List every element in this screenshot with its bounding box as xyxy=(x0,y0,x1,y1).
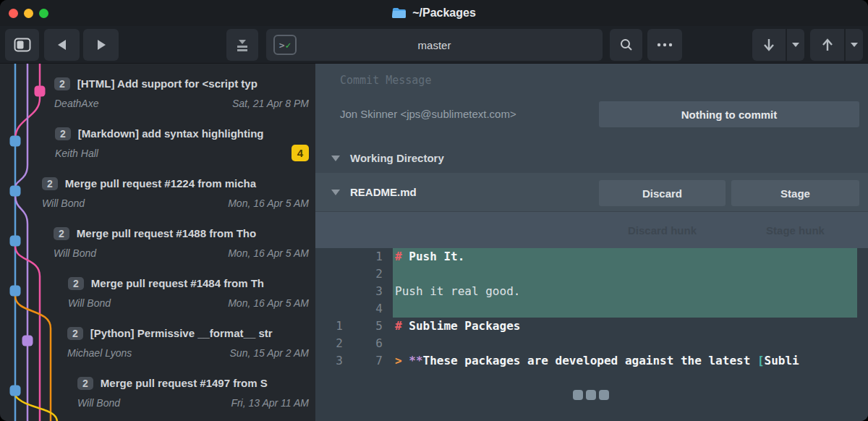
file-name-label: README.md xyxy=(350,186,417,198)
chevron-down-icon xyxy=(851,43,858,47)
toolbar: >✓ master xyxy=(0,26,868,64)
dot-icon xyxy=(586,390,596,400)
commit-detail-panel: Commit Message Jon Skinner <jps@sublimet… xyxy=(315,64,868,421)
stash-button[interactable] xyxy=(226,29,258,61)
old-line-number: 2 xyxy=(315,335,343,352)
syntax-token: These packages are developed against the… xyxy=(423,354,757,367)
syntax-token: ** xyxy=(409,354,422,367)
titlebar: ~/Packages xyxy=(0,0,868,26)
commit-parent-count-badge: 2 xyxy=(68,277,84,290)
code-text: > **These packages are developed against… xyxy=(393,352,857,370)
folder-icon xyxy=(392,7,407,19)
push-options-button[interactable] xyxy=(846,29,862,61)
commit-author-label: Jon Skinner <jps@sublimetext.com> xyxy=(340,108,516,120)
commit-row[interactable]: 2[Python] Permissive __format__ strMicha… xyxy=(0,323,315,364)
commit-parent-count-badge: 2 xyxy=(77,377,93,390)
code-text: Push it real good. xyxy=(393,283,857,300)
commit-date: Fri, 13 Apr 11 AM xyxy=(231,397,309,409)
commit-row[interactable]: 2[HTML] Add support for <script typDeath… xyxy=(0,74,315,114)
app-window: ~/Packages xyxy=(0,0,868,421)
dot-icon xyxy=(599,390,609,400)
commit-count-badge: 4 xyxy=(292,145,309,161)
back-arrow-icon xyxy=(57,39,67,51)
syntax-token: Push it real good. xyxy=(395,284,520,298)
zoom-window-button[interactable] xyxy=(39,9,48,18)
syntax-token: [ xyxy=(757,354,765,367)
terminal-status-icon: >✓ xyxy=(273,35,297,55)
commit-parent-count-badge: 2 xyxy=(67,327,83,340)
back-button[interactable] xyxy=(44,29,80,61)
discard-file-button[interactable]: Discard xyxy=(599,180,726,206)
push-up-arrow-icon xyxy=(822,38,833,51)
pull-button-group xyxy=(752,29,804,61)
syntax-token: > xyxy=(395,354,409,367)
stage-file-button[interactable]: Stage xyxy=(731,180,859,206)
syntax-token: Subli xyxy=(765,354,799,367)
commit-date: Sun, 15 Apr 2 AM xyxy=(230,347,309,359)
pull-button[interactable] xyxy=(752,29,786,61)
diff-line[interactable]: 4 xyxy=(315,300,868,318)
traffic-lights xyxy=(9,0,48,26)
close-window-button[interactable] xyxy=(9,9,18,18)
file-row-readme[interactable]: README.md Discard Stage xyxy=(315,173,868,211)
commit-row[interactable]: 2Merge pull request #1497 from SWill Bon… xyxy=(0,373,315,414)
commit-row[interactable]: 2Merge pull request #1484 from ThWill Bo… xyxy=(0,273,315,314)
discard-hunk-button[interactable]: Discard hunk xyxy=(599,212,726,249)
commit-author: DeathAxe xyxy=(54,98,98,109)
minimize-window-button[interactable] xyxy=(24,9,33,18)
pull-options-button[interactable] xyxy=(787,29,804,61)
diff-line[interactable]: 2 xyxy=(315,265,868,283)
code-text xyxy=(393,300,857,318)
pull-down-arrow-icon xyxy=(763,38,775,51)
commit-button[interactable]: Nothing to commit xyxy=(599,101,859,127)
commit-message-area: Commit Message Jon Skinner <jps@sublimet… xyxy=(315,64,868,143)
commit-message-input[interactable]: Commit Message xyxy=(340,74,431,87)
diff-line[interactable]: 37> **These packages are developed again… xyxy=(315,352,868,370)
window-title: ~/Packages xyxy=(412,7,476,20)
diff-line[interactable]: 15# Sublime Packages xyxy=(315,318,868,335)
commit-title: Merge pull request #1224 from micha xyxy=(65,177,256,190)
stage-hunk-button[interactable]: Stage hunk xyxy=(731,212,859,249)
new-line-number: 5 xyxy=(343,318,383,335)
hunk-header-bar: Discard hunk Stage hunk xyxy=(315,211,868,248)
commit-row[interactable]: 2Merge pull request #1488 from ThoWill B… xyxy=(0,224,315,264)
push-button-group xyxy=(810,29,863,61)
commit-date: Mon, 16 Apr 5 AM xyxy=(228,247,309,259)
commit-date: Sat, 21 Apr 8 PM xyxy=(232,98,309,109)
commit-row[interactable]: 2[Markdown] add syntax highlightingKeith… xyxy=(0,124,315,164)
syntax-token: # xyxy=(395,250,402,263)
more-options-button[interactable] xyxy=(647,29,682,61)
window-title-group: ~/Packages xyxy=(392,7,476,20)
commit-author: Will Bond xyxy=(68,297,111,309)
code-text xyxy=(393,265,857,283)
ellipsis-icon xyxy=(657,43,673,47)
commit-title: [HTML] Add support for <script typ xyxy=(77,77,258,90)
new-line-number: 1 xyxy=(343,248,383,265)
branch-selector[interactable]: >✓ master xyxy=(266,29,603,61)
chevron-down-icon xyxy=(792,43,799,47)
search-button[interactable] xyxy=(610,29,642,61)
working-directory-header[interactable]: Working Directory xyxy=(315,143,868,173)
commit-author: Will Bond xyxy=(54,247,96,259)
dot-icon xyxy=(573,390,583,400)
diff-line[interactable]: 26 xyxy=(315,335,868,352)
commit-parent-count-badge: 2 xyxy=(54,77,70,90)
commit-title: Merge pull request #1488 from Tho xyxy=(77,227,256,239)
old-line-number: 3 xyxy=(315,352,343,370)
diff-line[interactable]: 1# Push It. xyxy=(315,248,868,265)
commit-title: [Python] Permissive __format__ str xyxy=(90,327,273,339)
forward-button[interactable] xyxy=(83,29,119,61)
diff-line[interactable]: 3Push it real good. xyxy=(315,283,868,300)
commit-author: Michael Lyons xyxy=(67,347,132,359)
commit-row[interactable]: 2Merge pull request #1224 from michaWill… xyxy=(0,174,315,214)
push-button[interactable] xyxy=(810,29,844,61)
working-directory-label: Working Directory xyxy=(350,152,444,164)
commit-date: Mon, 16 Apr 5 AM xyxy=(228,297,309,309)
syntax-token: Sublime Packages xyxy=(402,319,521,333)
toggle-sidebar-button[interactable] xyxy=(5,29,39,61)
code-text xyxy=(393,335,857,352)
commit-date: Mon, 16 Apr 5 AM xyxy=(228,197,309,209)
collapse-triangle-icon xyxy=(331,190,340,195)
syntax-token: # xyxy=(395,319,402,333)
commit-parent-count-badge: 2 xyxy=(42,177,58,190)
